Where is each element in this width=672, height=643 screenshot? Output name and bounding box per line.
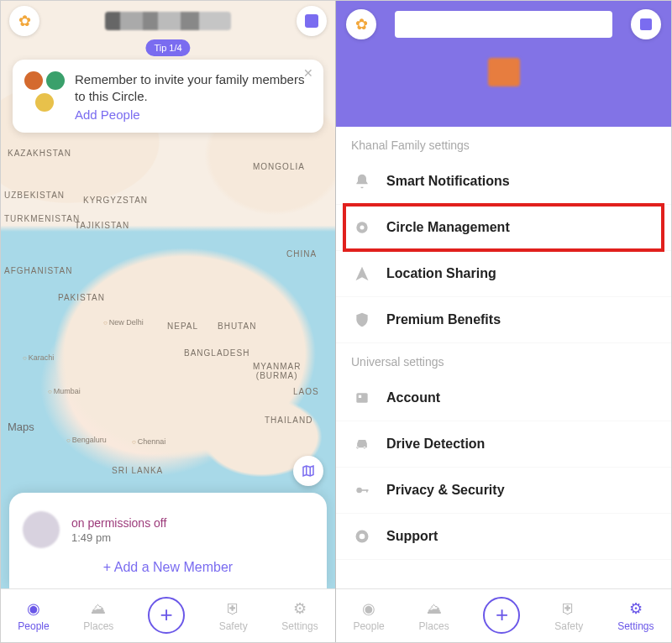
tab-label: Safety <box>219 620 248 632</box>
maps-watermark: Maps <box>8 421 34 433</box>
add-people-link[interactable]: Add People <box>75 107 140 122</box>
avatar-icon <box>35 93 54 112</box>
close-icon: ✕ <box>303 66 313 80</box>
location-icon <box>353 264 371 283</box>
tip-card: Remember to invite your family members t… <box>13 60 323 133</box>
map-label-tajikistan: TAJIKISTAN <box>75 221 129 230</box>
map-label-bhutan: BHUTAN <box>218 322 256 331</box>
people-icon: ◉ <box>362 599 375 618</box>
settings-list: Khanal Family settings Smart Notificatio… <box>336 127 671 642</box>
tab-label: Safety <box>554 620 583 632</box>
tab-places[interactable]: ⛰ Places <box>419 600 449 632</box>
row-circle-management[interactable]: Circle Management <box>336 205 671 251</box>
gear-icon: ✿ <box>18 12 31 30</box>
map-label-turkmenistan: TURKMENISTAN <box>4 214 80 223</box>
tab-label: Settings <box>617 620 654 632</box>
settings-gear-button[interactable]: ✿ <box>9 6 39 36</box>
row-drive-detection[interactable]: Drive Detection <box>336 421 671 468</box>
chat-button[interactable] <box>631 9 661 39</box>
tab-bar: ◉ People ⛰ Places + ⛨ Safety ⚙ Settings <box>336 588 671 642</box>
svg-point-8 <box>360 534 365 540</box>
gear-icon: ✿ <box>355 15 368 34</box>
row-smart-notifications[interactable]: Smart Notifications <box>336 159 671 205</box>
recenter-map-button[interactable] <box>293 456 323 486</box>
plus-icon: + <box>160 602 172 628</box>
bell-icon <box>353 172 371 191</box>
map-label-myanmar: MYANMAR (BURMA) <box>253 362 301 380</box>
speech-bubble-icon <box>640 18 652 30</box>
tab-people[interactable]: ◉ People <box>18 599 49 632</box>
avatar-icon <box>24 71 43 90</box>
tab-label: Places <box>419 620 449 632</box>
circle-name-dropdown[interactable] <box>39 12 297 30</box>
map-label-kazakhstan: KAZAKHSTAN <box>8 149 71 158</box>
map-label-uzbekistan: UZBEKISTAN <box>4 191 65 200</box>
avatar-icon <box>46 71 65 90</box>
settings-gear-button[interactable]: ✿ <box>346 9 376 39</box>
map-label-kyrgyzstan: KYRGYZSTAN <box>83 196 148 205</box>
row-privacy-security[interactable]: Privacy & Security <box>336 468 671 514</box>
chat-button[interactable] <box>297 6 327 36</box>
row-label: Premium Benefits <box>386 312 501 327</box>
support-icon <box>353 527 371 546</box>
tip-badge: Tip 1/4 <box>145 39 190 56</box>
tab-label: People <box>353 620 384 632</box>
row-label: Smart Notifications <box>386 174 510 189</box>
redacted-title <box>105 12 231 30</box>
plus-icon: + <box>496 602 508 628</box>
row-account[interactable]: Account <box>336 375 671 421</box>
places-icon: ⛰ <box>427 600 442 618</box>
row-location-sharing[interactable]: Location Sharing <box>336 251 671 297</box>
map-city-newdelhi: New Delhi <box>103 318 144 327</box>
settings-header: ✿ <box>336 1 671 127</box>
tab-safety[interactable]: ⛨ Safety <box>554 600 583 632</box>
tab-label: Settings <box>281 620 318 632</box>
tab-label: People <box>18 620 49 632</box>
map-label-pakistan: PAKISTAN <box>58 293 105 302</box>
section-header-universal: Universal settings <box>336 343 671 375</box>
row-label: Drive Detection <box>386 437 485 452</box>
map-label-afghanistan: AFGHANISTAN <box>4 266 72 275</box>
map-label-nepal: NEPAL <box>167 322 198 331</box>
tab-plus-button[interactable]: + <box>148 597 185 634</box>
redacted-circle-name[interactable] <box>395 11 612 38</box>
map-city-chennai: Chennai <box>132 437 165 446</box>
map-pin-icon <box>301 463 316 478</box>
tab-safety[interactable]: ⛨ Safety <box>219 600 248 632</box>
tab-plus-button[interactable]: + <box>483 597 520 634</box>
tab-label: Places <box>83 620 113 632</box>
tab-bar: ◉ People ⛰ Places + ⛨ Safety ⚙ Settings <box>1 588 335 642</box>
svg-rect-3 <box>359 395 361 398</box>
row-premium-benefits[interactable]: Premium Benefits <box>336 297 671 343</box>
account-icon <box>353 389 371 407</box>
settings-icon: ⚙ <box>629 599 643 618</box>
row-label: Circle Management <box>386 220 510 235</box>
member-row[interactable]: on permissions off 1:49 pm <box>23 511 313 548</box>
safety-icon: ⛨ <box>561 600 576 618</box>
settings-screen: ✿ Khanal Family settings Smart Notificat… <box>336 1 671 642</box>
map-label-srilanka: SRI LANKA <box>112 466 163 475</box>
tab-places[interactable]: ⛰ Places <box>83 600 113 632</box>
row-label: Account <box>386 390 440 405</box>
tip-avatars <box>24 71 65 123</box>
row-support[interactable]: Support <box>336 514 671 560</box>
map-label-china: CHINA <box>286 249 317 259</box>
people-bottom-sheet[interactable]: on permissions off 1:49 pm + Add a New M… <box>9 493 327 588</box>
tab-people[interactable]: ◉ People <box>353 599 384 632</box>
people-icon: ◉ <box>27 599 40 618</box>
map-city-mumbai: Mumbai <box>48 387 81 395</box>
settings-icon: ⚙ <box>293 599 307 618</box>
section-header-family: Khanal Family settings <box>336 127 671 159</box>
add-new-member-button[interactable]: + Add a New Member <box>23 548 313 580</box>
car-icon <box>353 435 371 453</box>
close-tip-button[interactable]: ✕ <box>303 66 313 80</box>
svg-rect-2 <box>356 393 367 403</box>
tab-settings[interactable]: ⚙ Settings <box>281 599 318 632</box>
key-icon <box>353 481 371 499</box>
row-label: Privacy & Security <box>386 483 505 498</box>
svg-point-4 <box>356 488 362 494</box>
tab-settings[interactable]: ⚙ Settings <box>617 599 654 632</box>
svg-point-1 <box>360 226 365 230</box>
map-city-bengaluru: Bengaluru <box>66 436 107 444</box>
shield-icon <box>353 311 371 329</box>
